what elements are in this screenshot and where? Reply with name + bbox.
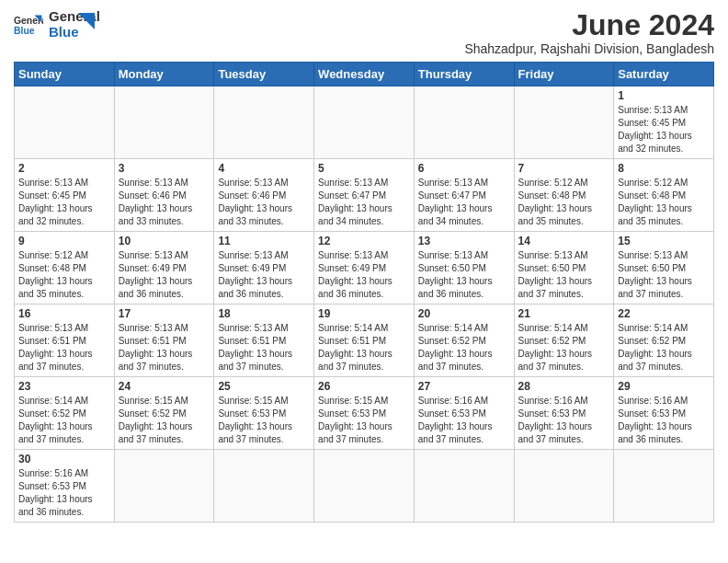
day-info: Sunrise: 5:16 AMSunset: 6:53 PMDaylight:…: [518, 395, 610, 446]
calendar-week-row: 1Sunrise: 5:13 AMSunset: 6:45 PMDaylight…: [15, 86, 714, 159]
day-number: 15: [618, 235, 710, 247]
day-number: 30: [18, 453, 110, 465]
day-info: Sunrise: 5:13 AMSunset: 6:46 PMDaylight:…: [119, 177, 210, 228]
day-info: Sunrise: 5:12 AMSunset: 6:48 PMDaylight:…: [618, 177, 710, 228]
day-info: Sunrise: 5:13 AMSunset: 6:50 PMDaylight:…: [518, 249, 610, 301]
day-number: 21: [518, 307, 610, 320]
calendar-day-cell: [15, 86, 115, 159]
calendar-day-cell: [314, 86, 415, 159]
calendar-day-cell: [114, 450, 214, 523]
day-info: Sunrise: 5:16 AMSunset: 6:53 PMDaylight:…: [618, 395, 710, 446]
logo-triangle-icon: [78, 13, 95, 29]
day-number: 13: [418, 235, 510, 247]
calendar-day-cell: 3Sunrise: 5:13 AMSunset: 6:46 PMDaylight…: [114, 159, 214, 232]
calendar-day-cell: 20Sunrise: 5:14 AMSunset: 6:52 PMDayligh…: [414, 304, 514, 377]
logo-icon: General Blue: [14, 12, 43, 38]
calendar-day-cell: 27Sunrise: 5:16 AMSunset: 6:53 PMDayligh…: [414, 377, 514, 450]
day-info: Sunrise: 5:13 AMSunset: 6:45 PMDaylight:…: [18, 177, 110, 228]
calendar-week-row: 9Sunrise: 5:12 AMSunset: 6:48 PMDaylight…: [15, 232, 714, 304]
calendar-day-cell: 25Sunrise: 5:15 AMSunset: 6:53 PMDayligh…: [214, 377, 314, 450]
day-number: 4: [218, 162, 310, 175]
day-info: Sunrise: 5:13 AMSunset: 6:45 PMDaylight:…: [618, 104, 710, 155]
day-number: 26: [318, 380, 410, 393]
calendar-day-cell: [214, 86, 314, 159]
day-number: 6: [418, 162, 510, 175]
calendar-day-cell: 2Sunrise: 5:13 AMSunset: 6:45 PMDaylight…: [15, 159, 115, 232]
day-info: Sunrise: 5:14 AMSunset: 6:51 PMDaylight:…: [318, 322, 410, 373]
calendar-day-cell: 5Sunrise: 5:13 AMSunset: 6:47 PMDaylight…: [314, 159, 415, 232]
day-info: Sunrise: 5:12 AMSunset: 6:48 PMDaylight:…: [518, 177, 610, 228]
day-info: Sunrise: 5:15 AMSunset: 6:53 PMDaylight:…: [218, 395, 310, 446]
day-number: 9: [18, 235, 110, 247]
calendar-day-cell: 18Sunrise: 5:13 AMSunset: 6:51 PMDayligh…: [214, 304, 314, 377]
logo: General Blue General Blue: [14, 9, 95, 40]
day-info: Sunrise: 5:14 AMSunset: 6:52 PMDaylight:…: [418, 322, 510, 373]
calendar-day-cell: [514, 450, 614, 523]
calendar-day-cell: 29Sunrise: 5:16 AMSunset: 6:53 PMDayligh…: [614, 377, 714, 450]
calendar-day-cell: 28Sunrise: 5:16 AMSunset: 6:53 PMDayligh…: [514, 377, 614, 450]
calendar-day-cell: 15Sunrise: 5:13 AMSunset: 6:50 PMDayligh…: [614, 232, 714, 304]
day-number: 1: [618, 89, 710, 102]
day-info: Sunrise: 5:15 AMSunset: 6:53 PMDaylight:…: [318, 395, 410, 446]
day-info: Sunrise: 5:14 AMSunset: 6:52 PMDaylight:…: [518, 322, 610, 373]
calendar-day-cell: 14Sunrise: 5:13 AMSunset: 6:50 PMDayligh…: [514, 232, 614, 304]
day-number: 8: [618, 162, 710, 175]
day-number: 3: [119, 162, 210, 175]
calendar-day-cell: [414, 86, 514, 159]
header: General Blue General Blue June 2024 Shah…: [14, 9, 714, 56]
calendar-day-cell: 10Sunrise: 5:13 AMSunset: 6:49 PMDayligh…: [114, 232, 214, 304]
weekday-header-friday: Friday: [514, 63, 614, 86]
calendar-day-cell: 8Sunrise: 5:12 AMSunset: 6:48 PMDaylight…: [614, 159, 714, 232]
day-number: 22: [618, 307, 710, 320]
calendar-week-row: 16Sunrise: 5:13 AMSunset: 6:51 PMDayligh…: [15, 304, 714, 377]
day-number: 19: [318, 307, 410, 320]
calendar-day-cell: 24Sunrise: 5:15 AMSunset: 6:52 PMDayligh…: [114, 377, 214, 450]
day-info: Sunrise: 5:13 AMSunset: 6:50 PMDaylight:…: [418, 249, 510, 301]
day-number: 24: [119, 380, 210, 393]
day-number: 10: [119, 235, 210, 247]
day-info: Sunrise: 5:13 AMSunset: 6:51 PMDaylight:…: [119, 322, 210, 373]
calendar-day-cell: 4Sunrise: 5:13 AMSunset: 6:46 PMDaylight…: [214, 159, 314, 232]
calendar-day-cell: 22Sunrise: 5:14 AMSunset: 6:52 PMDayligh…: [614, 304, 714, 377]
location-subtitle: Shahzadpur, Rajshahi Division, Banglades…: [464, 41, 714, 56]
weekday-header-tuesday: Tuesday: [214, 63, 314, 86]
day-info: Sunrise: 5:13 AMSunset: 6:49 PMDaylight:…: [218, 249, 310, 301]
calendar-day-cell: [614, 450, 714, 523]
calendar-day-cell: [114, 86, 214, 159]
day-info: Sunrise: 5:13 AMSunset: 6:49 PMDaylight:…: [119, 249, 210, 301]
day-info: Sunrise: 5:16 AMSunset: 6:53 PMDaylight:…: [18, 467, 110, 519]
day-number: 2: [18, 162, 110, 175]
calendar-day-cell: 9Sunrise: 5:12 AMSunset: 6:48 PMDaylight…: [15, 232, 115, 304]
day-info: Sunrise: 5:15 AMSunset: 6:52 PMDaylight:…: [119, 395, 210, 446]
day-info: Sunrise: 5:16 AMSunset: 6:53 PMDaylight:…: [418, 395, 510, 446]
calendar-day-cell: 16Sunrise: 5:13 AMSunset: 6:51 PMDayligh…: [15, 304, 115, 377]
calendar-day-cell: 11Sunrise: 5:13 AMSunset: 6:49 PMDayligh…: [214, 232, 314, 304]
day-number: 17: [119, 307, 210, 320]
day-info: Sunrise: 5:13 AMSunset: 6:51 PMDaylight:…: [218, 322, 310, 373]
month-title: June 2024: [464, 9, 714, 41]
weekday-header-row: SundayMondayTuesdayWednesdayThursdayFrid…: [15, 63, 714, 86]
weekday-header-monday: Monday: [114, 63, 214, 86]
calendar-table: SundayMondayTuesdayWednesdayThursdayFrid…: [14, 62, 714, 523]
calendar-day-cell: [214, 450, 314, 523]
calendar-week-row: 30Sunrise: 5:16 AMSunset: 6:53 PMDayligh…: [15, 450, 714, 523]
calendar-day-cell: 1Sunrise: 5:13 AMSunset: 6:45 PMDaylight…: [614, 86, 714, 159]
day-info: Sunrise: 5:14 AMSunset: 6:52 PMDaylight:…: [18, 395, 110, 446]
day-number: 23: [18, 380, 110, 393]
day-number: 25: [218, 380, 310, 393]
calendar-day-cell: 7Sunrise: 5:12 AMSunset: 6:48 PMDaylight…: [514, 159, 614, 232]
day-info: Sunrise: 5:13 AMSunset: 6:47 PMDaylight:…: [318, 177, 410, 228]
weekday-header-saturday: Saturday: [614, 63, 714, 86]
day-number: 20: [418, 307, 510, 320]
day-number: 14: [518, 235, 610, 247]
svg-text:Blue: Blue: [14, 26, 35, 36]
day-number: 5: [318, 162, 410, 175]
day-number: 28: [518, 380, 610, 393]
calendar-day-cell: 23Sunrise: 5:14 AMSunset: 6:52 PMDayligh…: [15, 377, 115, 450]
day-number: 16: [18, 307, 110, 320]
title-block: June 2024 Shahzadpur, Rajshahi Division,…: [464, 9, 714, 56]
day-number: 18: [218, 307, 310, 320]
day-info: Sunrise: 5:13 AMSunset: 6:50 PMDaylight:…: [618, 249, 710, 301]
day-info: Sunrise: 5:13 AMSunset: 6:49 PMDaylight:…: [318, 249, 410, 301]
day-number: 27: [418, 380, 510, 393]
